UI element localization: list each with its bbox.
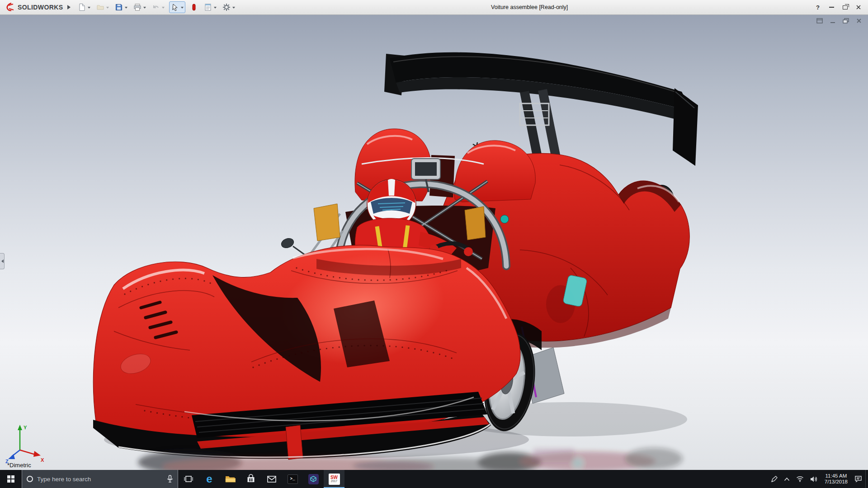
- triad-x-label: X: [41, 457, 44, 463]
- appearance-button[interactable]: [189, 1, 199, 13]
- solidworks-logo-icon: [5, 3, 15, 12]
- doc-restore-icon: [843, 18, 849, 23]
- titlebar: SOLIDWORKS: [0, 0, 868, 15]
- pen-workspace-button[interactable]: [768, 470, 781, 488]
- solidworks-app-button[interactable]: SW 2017: [324, 470, 344, 488]
- task-view-icon: [184, 474, 193, 483]
- doc-close-icon: [856, 18, 862, 23]
- brand-text: SOLIDWORKS: [18, 4, 63, 11]
- select-tool-button[interactable]: [169, 1, 185, 13]
- taskbar-search[interactable]: [22, 470, 178, 488]
- action-center-icon: [854, 475, 862, 483]
- show-desktop-button[interactable]: [865, 470, 868, 488]
- new-document-button[interactable]: [76, 1, 92, 13]
- store-button[interactable]: [241, 470, 261, 488]
- save-icon: [115, 3, 123, 11]
- window-controls: ?: [811, 2, 865, 13]
- properties-button[interactable]: [203, 1, 218, 13]
- windows-logo-icon: [7, 475, 14, 483]
- pen-icon: [771, 476, 778, 483]
- car-model-render[interactable]: [0, 15, 868, 470]
- options-button[interactable]: [221, 1, 236, 13]
- solidworks-logo: SOLIDWORKS: [3, 3, 66, 12]
- graphics-viewport[interactable]: Y X Z *Dimetric: [0, 15, 868, 470]
- chevron-up-icon: [784, 477, 790, 481]
- doc-minimize-icon: [830, 18, 835, 23]
- save-dropdown-icon[interactable]: [125, 7, 127, 10]
- collapse-arrow-icon: [0, 259, 4, 263]
- search-input[interactable]: [37, 476, 163, 483]
- viewer-app-icon: [308, 474, 319, 484]
- document-title: Voiture assemblee [Read-only]: [491, 4, 568, 10]
- sw-badge-year: 2017: [331, 480, 337, 483]
- properties-dropdown-icon[interactable]: [214, 7, 217, 10]
- volume-button[interactable]: [807, 470, 821, 488]
- view-orientation-label: *Dimetric: [7, 462, 31, 469]
- document-window-controls: [815, 17, 863, 25]
- select-cursor-icon: [171, 3, 179, 11]
- undo-dropdown-icon[interactable]: [162, 7, 165, 10]
- start-button[interactable]: [0, 470, 22, 488]
- open-icon: [96, 3, 104, 11]
- minimize-button[interactable]: [825, 2, 838, 13]
- quick-access-toolbar: [76, 1, 236, 13]
- close-icon: [856, 5, 861, 10]
- print-dropdown-icon[interactable]: [143, 7, 146, 10]
- console-icon: >_: [288, 474, 298, 484]
- search-icon: [27, 476, 33, 482]
- help-button[interactable]: ?: [811, 2, 825, 13]
- appearance-icon: [190, 3, 198, 11]
- windows-taskbar: e >_: [0, 470, 868, 488]
- console-button[interactable]: >_: [282, 470, 303, 488]
- options-gear-icon: [222, 3, 231, 11]
- microphone-icon[interactable]: [167, 475, 173, 483]
- taskbar-clock[interactable]: 11:45 AM 7/13/2018: [821, 473, 851, 485]
- doc-close-button[interactable]: [854, 17, 863, 25]
- triad-y-label: Y: [24, 425, 27, 430]
- maximize-button[interactable]: [838, 2, 852, 13]
- viewer-app-button[interactable]: [303, 470, 324, 488]
- network-button[interactable]: [793, 470, 807, 488]
- action-center-button[interactable]: [851, 470, 865, 488]
- mail-button[interactable]: [261, 470, 282, 488]
- print-icon: [133, 3, 142, 11]
- clock-date: 7/13/2018: [825, 479, 848, 485]
- solidworks-app-icon: SW 2017: [329, 474, 340, 485]
- menu-flyout-arrow-icon[interactable]: [67, 5, 73, 9]
- system-tray: 11:45 AM 7/13/2018: [768, 470, 868, 488]
- undo-icon: [152, 3, 160, 11]
- close-button[interactable]: [852, 2, 865, 13]
- screen: SOLIDWORKS: [0, 0, 868, 488]
- window-menu-button[interactable]: [815, 17, 824, 25]
- print-button[interactable]: [132, 1, 147, 13]
- open-button[interactable]: [95, 1, 110, 13]
- hidden-icons-button[interactable]: [781, 470, 793, 488]
- options-dropdown-icon[interactable]: [232, 7, 235, 10]
- open-dropdown-icon[interactable]: [106, 7, 109, 10]
- maximize-icon: [843, 5, 848, 9]
- minimize-icon: [829, 7, 834, 8]
- task-view-button[interactable]: [178, 470, 199, 488]
- clock-time: 11:45 AM: [825, 473, 848, 479]
- properties-sheet-icon: [204, 3, 212, 11]
- doc-restore-button[interactable]: [841, 17, 850, 25]
- side-mirror: [280, 237, 295, 249]
- doc-minimize-button[interactable]: [828, 17, 837, 25]
- select-dropdown-icon[interactable]: [181, 7, 184, 10]
- store-icon: [246, 474, 256, 484]
- file-explorer-button[interactable]: [220, 470, 241, 488]
- edge-button[interactable]: e: [199, 470, 220, 488]
- orientation-triad: Y X Z: [5, 422, 46, 464]
- rear-wing[interactable]: [384, 52, 698, 166]
- edge-icon: e: [206, 474, 212, 484]
- mail-icon: [267, 475, 277, 483]
- network-wifi-icon: [796, 476, 804, 482]
- undo-button[interactable]: [151, 1, 166, 13]
- help-icon: ?: [816, 4, 820, 11]
- file-explorer-icon: [225, 474, 236, 483]
- speaker-icon: [810, 476, 818, 483]
- new-document-dropdown-icon[interactable]: [88, 7, 90, 10]
- save-button[interactable]: [113, 1, 129, 13]
- feature-panel-handle[interactable]: [0, 253, 5, 269]
- fuel-cap: [500, 215, 509, 223]
